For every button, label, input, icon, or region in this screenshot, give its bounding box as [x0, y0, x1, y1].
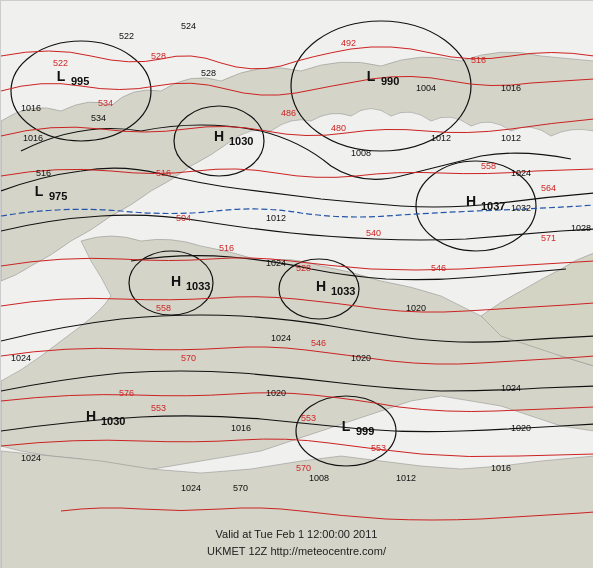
pressure-label: 1012 [266, 213, 286, 223]
thickness-label: 522 [53, 58, 68, 68]
thickness-label: 486 [281, 108, 296, 118]
thickness-label: 534 [98, 98, 113, 108]
svg-text:1030: 1030 [101, 415, 125, 427]
pressure-label: 524 [181, 21, 196, 31]
pressure-label: 1012 [501, 133, 521, 143]
thickness-label: 480 [331, 123, 346, 133]
thickness-label: 516 [471, 55, 486, 65]
pressure-label: 1032 [511, 203, 531, 213]
pressure-label: 522 [119, 31, 134, 41]
pressure-label: 1028 [571, 223, 591, 233]
svg-text:1033: 1033 [186, 280, 210, 292]
thickness-label: 570 [296, 463, 311, 473]
thickness-label: 516 [156, 168, 171, 178]
pressure-label: 1020 [351, 353, 371, 363]
thickness-label: 576 [119, 388, 134, 398]
pressure-label: 1016 [501, 83, 521, 93]
thickness-label: 492 [341, 38, 356, 48]
pressure-label: 1024 [501, 383, 521, 393]
svg-text:L: L [367, 68, 376, 84]
thickness-label: 553 [371, 443, 386, 453]
svg-text:990: 990 [381, 75, 399, 87]
svg-text:995: 995 [71, 75, 89, 87]
pressure-label: 1024 [511, 168, 531, 178]
map-footer: Valid at Tue Feb 1 12:00:00 2011 UKMET 1… [1, 526, 592, 561]
footer-line2: UKMET 12Z http://meteocentre.com/ [1, 543, 592, 561]
svg-text:1037: 1037 [481, 200, 505, 212]
pressure-label: 1004 [416, 83, 436, 93]
thickness-label: 504 [176, 213, 191, 223]
pressure-label: 1020 [266, 388, 286, 398]
svg-text:H: H [171, 273, 181, 289]
pressure-label: 1008 [351, 148, 371, 158]
thickness-label: 516 [219, 243, 234, 253]
svg-text:999: 999 [356, 425, 374, 437]
thickness-label: 528 [151, 51, 166, 61]
svg-text:L: L [35, 183, 44, 199]
pressure-label: 1024 [181, 483, 201, 493]
thickness-label: 546 [431, 263, 446, 273]
svg-text:975: 975 [49, 190, 67, 202]
thickness-label: 540 [366, 228, 381, 238]
pressure-label: 570 [233, 483, 248, 493]
thickness-label: 558 [481, 161, 496, 171]
pressure-label: 1012 [431, 133, 451, 143]
pressure-label: 1016 [21, 103, 41, 113]
thickness-label: 571 [541, 233, 556, 243]
thickness-label: 553 [301, 413, 316, 423]
thickness-label: 546 [311, 338, 326, 348]
svg-text:H: H [214, 128, 224, 144]
thickness-label: 528 [296, 263, 311, 273]
svg-text:H: H [86, 408, 96, 424]
pressure-label: 534 [91, 113, 106, 123]
pressure-label: 1012 [396, 473, 416, 483]
svg-text:1033: 1033 [331, 285, 355, 297]
svg-text:L: L [342, 418, 351, 434]
thickness-label: 564 [541, 183, 556, 193]
thickness-label: 558 [156, 303, 171, 313]
svg-text:1030: 1030 [229, 135, 253, 147]
svg-text:L: L [57, 68, 66, 84]
pressure-label: 1020 [511, 423, 531, 433]
pressure-label: 516 [36, 168, 51, 178]
thickness-label: 570 [181, 353, 196, 363]
footer-line1: Valid at Tue Feb 1 12:00:00 2011 [1, 526, 592, 544]
pressure-label: 1016 [491, 463, 511, 473]
pressure-label: 1016 [23, 133, 43, 143]
pressure-label: 528 [201, 68, 216, 78]
pressure-label: 1024 [21, 453, 41, 463]
map-container: PN 0 120 Mean Sea Level Pressure (hPa) D… [0, 0, 593, 568]
svg-text:H: H [316, 278, 326, 294]
pressure-label: 1024 [271, 333, 291, 343]
svg-text:H: H [466, 193, 476, 209]
weather-map-svg: L995L990L975H1030H1037H1033H1033L999H103… [1, 1, 593, 568]
pressure-label: 1024 [11, 353, 31, 363]
thickness-label: 553 [151, 403, 166, 413]
pressure-label: 1020 [406, 303, 426, 313]
pressure-label: 1008 [309, 473, 329, 483]
pressure-label: 1016 [231, 423, 251, 433]
pressure-label: 1024 [266, 258, 286, 268]
